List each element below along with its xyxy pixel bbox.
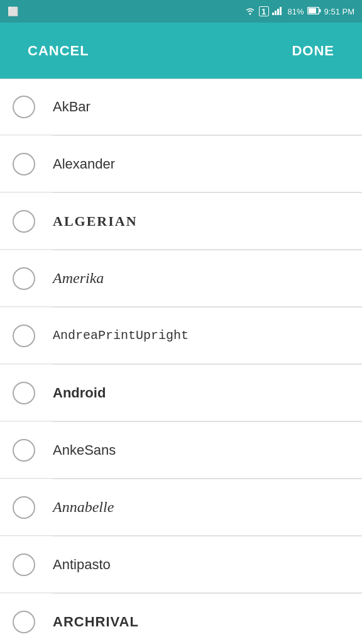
radio-button-android[interactable] — [13, 382, 35, 404]
font-list-item-android[interactable]: Android — [0, 365, 362, 421]
notification-badge: 1 — [259, 6, 269, 16]
wifi-icon — [244, 6, 256, 17]
font-list-item-ankesans[interactable]: AnkeSans — [0, 422, 362, 479]
font-name-akbar: AkBar — [53, 99, 90, 115]
font-name-annabelle: Annabelle — [53, 499, 114, 516]
font-list-item-alexander[interactable]: Alexander — [0, 136, 362, 192]
font-list-item-archrival[interactable]: ARCHRIVAL — [0, 594, 362, 644]
svg-rect-2 — [275, 11, 277, 15]
radio-button-archrival[interactable] — [13, 611, 35, 633]
radio-button-akbar[interactable] — [13, 96, 35, 118]
battery-icon — [307, 7, 321, 16]
font-name-ankesans: AnkeSans — [53, 442, 116, 458]
font-name-andrea: AndreaPrintUpright — [53, 328, 189, 343]
svg-rect-6 — [309, 8, 316, 13]
font-list-item-amerika[interactable]: Amerika — [0, 250, 362, 307]
font-name-antipasto: Antipasto — [53, 557, 111, 573]
font-name-android: Android — [53, 385, 106, 401]
radio-button-antipasto[interactable] — [13, 553, 35, 576]
cancel-button[interactable]: CANCEL — [15, 36, 102, 65]
font-list-item-annabelle[interactable]: Annabelle — [0, 479, 362, 536]
action-bar: CANCEL DONE — [0, 23, 362, 79]
font-list-item-akbar[interactable]: AkBar — [0, 79, 362, 135]
font-name-amerika: Amerika — [53, 270, 104, 287]
svg-rect-4 — [280, 7, 282, 15]
svg-rect-1 — [272, 13, 274, 15]
font-name-alexander: Alexander — [53, 156, 115, 172]
radio-button-andrea[interactable] — [13, 325, 35, 347]
battery-level-text: 81% — [288, 7, 304, 16]
font-list-item-antipasto[interactable]: Antipasto — [0, 536, 362, 593]
screen-icon: ⬜ — [8, 6, 18, 16]
svg-point-0 — [249, 13, 251, 14]
radio-button-alexander[interactable] — [13, 153, 35, 175]
signal-icon — [272, 6, 285, 17]
svg-rect-3 — [277, 9, 279, 15]
status-bar: ⬜ 1 81% 9:5 — [0, 0, 362, 23]
font-name-archrival: ARCHRIVAL — [53, 614, 139, 630]
font-list: AkBarAlexanderALGERIANAmerikaAndreaPrint… — [0, 79, 362, 644]
radio-button-ankesans[interactable] — [13, 439, 35, 462]
font-name-algerian: ALGERIAN — [53, 213, 138, 230]
radio-button-algerian[interactable] — [13, 210, 35, 233]
font-list-item-algerian[interactable]: ALGERIAN — [0, 193, 362, 250]
time-display: 9:51 PM — [324, 7, 354, 16]
radio-button-amerika[interactable] — [13, 267, 35, 290]
svg-rect-7 — [319, 9, 321, 12]
radio-button-annabelle[interactable] — [13, 496, 35, 519]
done-button[interactable]: DONE — [279, 36, 347, 65]
font-list-item-andrea[interactable]: AndreaPrintUpright — [0, 308, 362, 364]
